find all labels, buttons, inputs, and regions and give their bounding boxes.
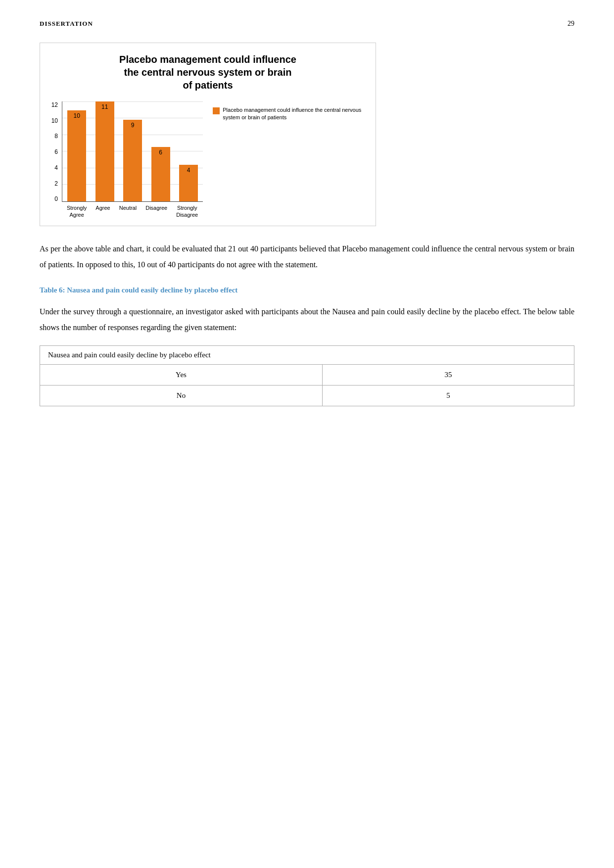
table-cell-yes-label: Yes [40,364,323,385]
bar-group-strongly-agree: 10 [67,110,86,201]
bar-value-strongly-agree: 10 [74,112,80,119]
bar-value-strongly-disagree: 4 [187,167,190,174]
table-row-no: No 5 [40,385,574,406]
table-cell-no-label: No [40,385,323,406]
document-title: DISSERTATION [40,20,93,28]
bar-neutral: 9 [123,120,142,201]
page-header: DISSERTATION 29 [40,20,574,28]
bar-group-strongly-disagree: 4 [179,165,198,201]
xlabel-strongly-disagree: StronglyDisagree [176,204,198,219]
chart-body: 12 10 8 6 4 2 0 [50,101,366,218]
legend-item: Placebo management could influence the c… [213,106,366,122]
table-6: Nausea and pain could easily decline by … [40,345,574,406]
xlabel-neutral: Neutral [119,204,137,219]
xlabel-strongly-agree: StronglyAgree [67,204,87,219]
bar-group-disagree: 6 [151,147,170,201]
bar-value-disagree: 6 [159,149,162,156]
xlabel-agree: Agree [95,204,110,219]
bar-disagree: 6 [151,147,170,201]
y-axis: 12 10 8 6 4 2 0 [50,101,62,218]
bar-agree: 11 [95,101,114,201]
paragraph-1: As per the above table and chart, it cou… [40,241,574,273]
bars-area: 10 11 9 6 [62,101,203,202]
bar-group-neutral: 9 [123,120,142,201]
paragraph-2: Under the survey through a questionnaire… [40,304,574,336]
table-cell-yes-value: 35 [323,364,574,385]
bar-group-agree: 11 [95,101,114,201]
table-title: Nausea and pain could easily decline by … [40,345,574,364]
chart-title: Placebo management could influence the c… [50,53,366,92]
chart-container: Placebo management could influence the c… [40,43,376,226]
page-number: 29 [567,20,574,28]
table6-heading: Table 6: Nausea and pain could easily de… [40,285,574,296]
x-axis: StronglyAgree Agree Neutral Disagree Str… [62,202,203,219]
bar-strongly-disagree: 4 [179,165,198,201]
bar-value-agree: 11 [101,103,108,110]
bar-strongly-agree: 10 [67,110,86,201]
chart-plot: 10 11 9 6 [62,101,203,218]
legend-label: Placebo management could influence the c… [223,106,366,122]
bar-value-neutral: 9 [131,122,135,129]
chart-legend: Placebo management could influence the c… [213,101,366,218]
xlabel-disagree: Disagree [145,204,167,219]
legend-color-swatch [213,107,220,114]
table-row-yes: Yes 35 [40,364,574,385]
table-header: Nausea and pain could easily decline by … [40,345,574,364]
table-cell-no-value: 5 [323,385,574,406]
